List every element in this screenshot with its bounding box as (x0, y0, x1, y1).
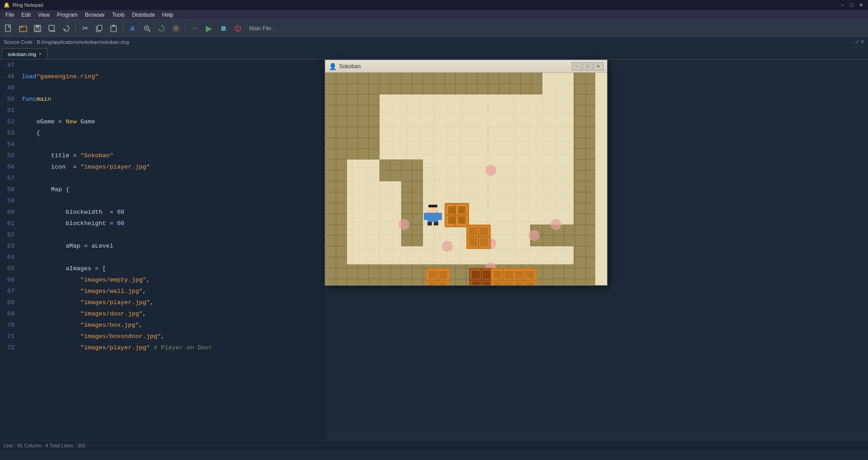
title-bar-left: 🔔 Ring Notepad (4, 2, 43, 8)
game-title: Sokoban (339, 63, 360, 70)
svg-line-12 (148, 30, 150, 32)
svg-rect-65 (480, 238, 488, 246)
svg-rect-52 (448, 207, 455, 214)
code-line-59 (22, 195, 322, 207)
svg-rect-102 (434, 222, 438, 225)
maximize-button[interactable]: □ (848, 1, 855, 9)
code-panel[interactable]: 47 48 49 50 51 52 53 54 55 56 57 58 59 6… (0, 60, 326, 450)
svg-rect-54 (448, 216, 455, 224)
code-line-62 (22, 229, 322, 240)
svg-point-15 (175, 27, 177, 30)
svg-rect-31 (379, 73, 542, 94)
toolbar: ✂ A → ▶ ⏹ ⏻ Main File : (0, 20, 868, 37)
game-maximize-button[interactable]: □ (583, 62, 593, 70)
code-content: 47 48 49 50 51 52 53 54 55 56 57 58 59 6… (0, 60, 326, 450)
code-line-57 (22, 173, 322, 184)
svg-rect-5 (49, 25, 54, 31)
copy-button[interactable] (93, 22, 106, 35)
status-bar: Line : 91 Column : 4 Total Lines : 301 (0, 440, 868, 450)
svg-point-49 (485, 165, 496, 176)
game-svg (325, 73, 595, 285)
toolbar-sep-1 (76, 23, 76, 34)
code-lines: load "gameengine.ring" func main oGame =… (18, 60, 326, 450)
minimize-button[interactable]: − (839, 1, 846, 9)
svg-rect-53 (458, 207, 465, 214)
power-button[interactable]: ⏻ (231, 22, 245, 35)
svg-rect-86 (493, 271, 502, 279)
back-button[interactable]: → (188, 22, 201, 35)
game-close-button[interactable]: ✕ (593, 62, 603, 70)
svg-rect-100 (428, 205, 437, 207)
svg-rect-89 (504, 282, 512, 285)
svg-point-44 (442, 241, 453, 252)
code-line-50: func main (22, 94, 322, 105)
svg-rect-81 (483, 282, 491, 285)
svg-rect-70 (428, 271, 436, 279)
save-all-button[interactable] (45, 22, 59, 35)
refresh-button[interactable] (155, 22, 168, 35)
new-button[interactable] (2, 22, 15, 35)
maximize-icon[interactable]: ⤢ ✕ (855, 39, 864, 45)
menu-help[interactable]: Help (159, 10, 177, 20)
paste-button[interactable] (107, 22, 121, 35)
code-line-72: "images/player.jpg" # Player on Door (22, 342, 322, 353)
code-line-48: load "gameengine.ring" (22, 71, 322, 82)
code-line-52: oGame = New Game (22, 116, 322, 127)
menu-program[interactable]: Program (53, 10, 81, 20)
menu-file[interactable]: File (2, 10, 18, 20)
svg-rect-37 (401, 160, 423, 181)
settings-button[interactable] (169, 22, 183, 35)
find-button[interactable]: A (126, 22, 139, 35)
toolbar-sep-2 (123, 23, 123, 34)
main-file-label: Main File : (249, 25, 274, 32)
svg-rect-0 (5, 25, 10, 32)
game-window[interactable]: 👤 Sokoban − □ ✕ (325, 60, 607, 286)
code-line-60: blockwidth = 60 (22, 207, 322, 218)
game-minimize-button[interactable]: − (572, 62, 582, 70)
code-line-51 (22, 105, 322, 116)
svg-rect-71 (439, 271, 447, 279)
game-titlebar: 👤 Sokoban − □ ✕ (325, 60, 607, 73)
cut-button[interactable]: ✂ (78, 22, 92, 35)
source-path-bar: Source Code : B:/ring/applications/sokob… (0, 37, 868, 47)
tab-close-button[interactable]: × (39, 52, 42, 56)
zoom-button[interactable] (140, 22, 154, 35)
svg-point-43 (398, 219, 409, 230)
save-button[interactable] (31, 22, 44, 35)
menu-distribute[interactable]: Distribute (128, 10, 159, 20)
svg-rect-104 (438, 213, 442, 220)
svg-rect-78 (472, 271, 480, 279)
code-line-47 (22, 60, 322, 71)
menu-tools[interactable]: Tools (109, 10, 128, 20)
tab-sokoban[interactable]: sokoban.ring × (2, 48, 47, 59)
code-line-61: blockheight = 60 (22, 218, 322, 229)
svg-rect-103 (424, 213, 427, 220)
svg-rect-79 (483, 271, 491, 279)
menu-bar: File Edit View Program Browser Tools Dis… (0, 10, 868, 20)
app-icon: 🔔 (4, 2, 10, 8)
svg-rect-10 (112, 25, 115, 27)
svg-rect-88 (493, 282, 502, 285)
reload-button[interactable] (60, 22, 73, 35)
toolbar-sep-3 (185, 23, 185, 34)
run-button[interactable]: ▶ (202, 22, 216, 35)
open-button[interactable] (16, 22, 30, 35)
svg-rect-36 (379, 160, 401, 181)
menu-browser[interactable]: Browser (81, 10, 109, 20)
step-button[interactable]: ⏹ (217, 22, 230, 35)
close-button[interactable]: ✕ (857, 1, 864, 9)
menu-edit[interactable]: Edit (18, 10, 34, 20)
code-line-55: title = "Sokoban" (22, 150, 322, 161)
code-line-71: "images/boxondoor.jpg", (22, 331, 322, 342)
code-line-63: aMap = aLevel (22, 240, 322, 252)
title-bar-controls[interactable]: − □ ✕ (839, 1, 864, 9)
status-text: Line : 91 Column : 4 Total Lines : 301 (4, 443, 85, 448)
svg-rect-87 (504, 271, 512, 279)
game-titlebar-controls[interactable]: − □ ✕ (572, 62, 603, 70)
svg-rect-64 (469, 238, 477, 246)
svg-rect-6 (50, 31, 55, 32)
code-line-49 (22, 82, 322, 94)
svg-rect-63 (480, 227, 488, 235)
code-line-53: { (22, 127, 322, 139)
menu-view[interactable]: View (34, 10, 53, 20)
